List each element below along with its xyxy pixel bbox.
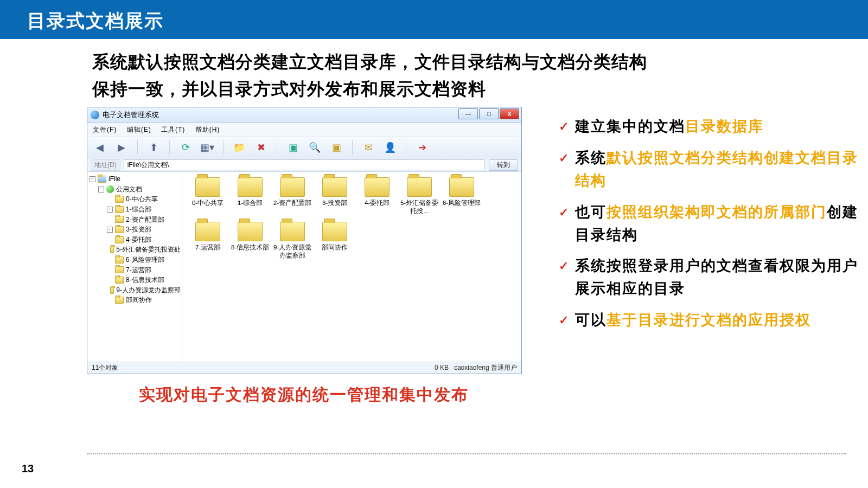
- collapse-icon[interactable]: −: [98, 187, 104, 192]
- folder-item[interactable]: 8-信息技术部: [230, 222, 270, 260]
- folder-item[interactable]: 7-运营部: [188, 222, 228, 260]
- forward-icon[interactable]: ▶: [114, 140, 129, 155]
- status-user: caoxiaofeng 普通用户: [454, 364, 517, 371]
- tree-item-label: 3-投资部: [126, 224, 151, 235]
- slide-subtitle: 系统默认按照文档分类建立文档目录库，文件目录结构与文档分类结构 保持一致，并以目…: [0, 39, 868, 102]
- folder-item[interactable]: 3-投资部: [315, 177, 355, 215]
- folder-tree[interactable]: −iFile −公用文档 0-中心共享+1-综合部2-资产配置部+3-投资部4-…: [87, 172, 182, 362]
- address-label: 地址(D): [91, 159, 120, 171]
- menu-tools[interactable]: 工具(T): [161, 126, 185, 133]
- new-folder-icon[interactable]: 📁: [232, 140, 246, 155]
- menu-edit[interactable]: 编辑(E): [127, 126, 151, 133]
- back-icon[interactable]: ◀: [93, 140, 107, 155]
- address-bar: 地址(D) 转到: [87, 158, 521, 172]
- tree-item-label: 2-资产配置部: [126, 215, 164, 225]
- tree-item[interactable]: +3-投资部: [88, 224, 181, 235]
- refresh-icon[interactable]: ⟳: [178, 140, 193, 155]
- tree-item-label: 5-外汇储备委托投资处: [116, 245, 181, 255]
- go-button[interactable]: 转到: [489, 159, 518, 171]
- folder-grid[interactable]: 0-中心共享1-综合部2-资产配置部3-投资部4-委托部5-外汇储备委托投...…: [182, 172, 521, 362]
- folder-label: 0-中心共享: [188, 199, 228, 207]
- folder-item[interactable]: 4-委托部: [357, 177, 397, 215]
- bullet-item: 也可按照组织架构即文档的所属部门创建目录结构: [559, 201, 863, 247]
- tree-main[interactable]: 公用文档: [116, 184, 142, 195]
- folder-label: 4-委托部: [357, 199, 397, 207]
- folder-item[interactable]: 6-风险管理部: [442, 177, 482, 215]
- exit-icon[interactable]: ➔: [415, 140, 429, 155]
- page-number: 13: [22, 463, 34, 475]
- folder-icon: [115, 266, 124, 273]
- folder-icon: [407, 177, 432, 197]
- folder-icon: [110, 287, 114, 294]
- divider: [87, 453, 846, 454]
- folder-icon: [195, 222, 220, 241]
- tree-item[interactable]: 7-运营部: [88, 265, 181, 275]
- folder-item[interactable]: 5-外汇储备委托投...: [399, 177, 439, 215]
- folder-icon: [322, 177, 347, 197]
- tree-item-label: 4-委托部: [126, 235, 151, 245]
- tree-item-label: 6-风险管理部: [126, 255, 164, 265]
- tree-item[interactable]: 0-中心共享: [88, 194, 181, 204]
- folder-item[interactable]: 9-人办资源党办监察部: [272, 222, 312, 260]
- tool2-icon[interactable]: ▣: [329, 140, 343, 155]
- folder-item[interactable]: 0-中心共享: [188, 177, 228, 215]
- window-titlebar[interactable]: 电子文档管理系统 — ☐ X: [87, 107, 521, 123]
- expand-icon[interactable]: +: [107, 227, 113, 233]
- folder-icon: [322, 222, 347, 241]
- search-icon[interactable]: 🔍: [308, 140, 322, 155]
- app-window: 电子文档管理系统 — ☐ X 文件(F) 编辑(E) 工具(T) 帮助(H) ◀…: [87, 107, 522, 374]
- bullet-list: 建立集中的文档目录数据库系统默认按照文档分类结构创建文档目录结构也可按照组织架构…: [537, 115, 863, 341]
- tree-item[interactable]: 8-信息技术部: [88, 275, 181, 285]
- tree-item-label: 1-综合部: [126, 204, 151, 215]
- tree-item[interactable]: 部间协作: [88, 295, 181, 305]
- address-input[interactable]: [124, 159, 484, 170]
- tree-item[interactable]: 9-人办资源党办监察部: [88, 285, 181, 296]
- folder-icon: [195, 177, 220, 197]
- folder-icon: [115, 206, 124, 213]
- folder-icon: [238, 177, 263, 197]
- tree-item-label: 7-运营部: [126, 265, 151, 275]
- folder-item[interactable]: 部间协作: [315, 222, 355, 260]
- menu-bar[interactable]: 文件(F) 编辑(E) 工具(T) 帮助(H): [87, 123, 521, 137]
- folder-item[interactable]: 1-综合部: [230, 177, 270, 215]
- user-icon[interactable]: 👤: [383, 140, 397, 155]
- menu-file[interactable]: 文件(F): [93, 126, 117, 133]
- folder-item[interactable]: 2-资产配置部: [272, 177, 312, 215]
- minimize-button[interactable]: —: [458, 108, 478, 119]
- menu-help[interactable]: 帮助(H): [195, 126, 220, 133]
- status-bar: 11个对象 0 KB caoxiaofeng 普通用户: [87, 362, 521, 374]
- close-button[interactable]: X: [500, 108, 519, 119]
- up-icon[interactable]: ⬆: [146, 140, 161, 155]
- tree-item[interactable]: 5-外汇储备委托投资处: [88, 245, 181, 255]
- folder-icon: [110, 246, 114, 253]
- view-icon[interactable]: ▦▾: [200, 140, 214, 155]
- collapse-icon[interactable]: −: [90, 176, 95, 182]
- expand-icon[interactable]: +: [107, 207, 113, 213]
- tree-root[interactable]: iFile: [108, 174, 120, 184]
- bullet-item: 可以基于目录进行文档的应用授权: [559, 309, 863, 332]
- folder-icon: [238, 222, 263, 241]
- mail-icon[interactable]: ✉: [361, 140, 375, 155]
- folder-icon: [115, 256, 124, 264]
- delete-icon[interactable]: ✖: [254, 140, 268, 155]
- tree-item[interactable]: +1-综合部: [88, 204, 181, 215]
- tree-item-label: 部间协作: [126, 295, 152, 305]
- folder-label: 8-信息技术部: [230, 243, 270, 252]
- folder-icon: [365, 177, 390, 197]
- folder-icon: [280, 222, 305, 241]
- tool1-icon[interactable]: ▣: [286, 140, 300, 155]
- folder-icon: [115, 216, 124, 223]
- folder-icon: [115, 226, 124, 233]
- punchline: 实现对电子文档资源的统一管理和集中发布: [87, 384, 521, 406]
- folder-icon: [115, 277, 124, 284]
- shared-icon: [106, 185, 114, 193]
- tree-item[interactable]: 6-风险管理部: [88, 255, 181, 265]
- bullet-item: 建立集中的文档目录数据库: [559, 115, 863, 138]
- maximize-button[interactable]: ☐: [479, 108, 499, 119]
- tree-item[interactable]: 4-委托部: [88, 235, 181, 245]
- folder-label: 5-外汇储备委托投...: [399, 199, 439, 215]
- folder-label: 3-投资部: [315, 199, 355, 207]
- status-size: 0 KB: [435, 364, 449, 371]
- subtitle-line1: 系统默认按照文档分类建立文档目录库，文件目录结构与文档分类结构: [92, 52, 647, 72]
- tree-item[interactable]: 2-资产配置部: [88, 215, 181, 225]
